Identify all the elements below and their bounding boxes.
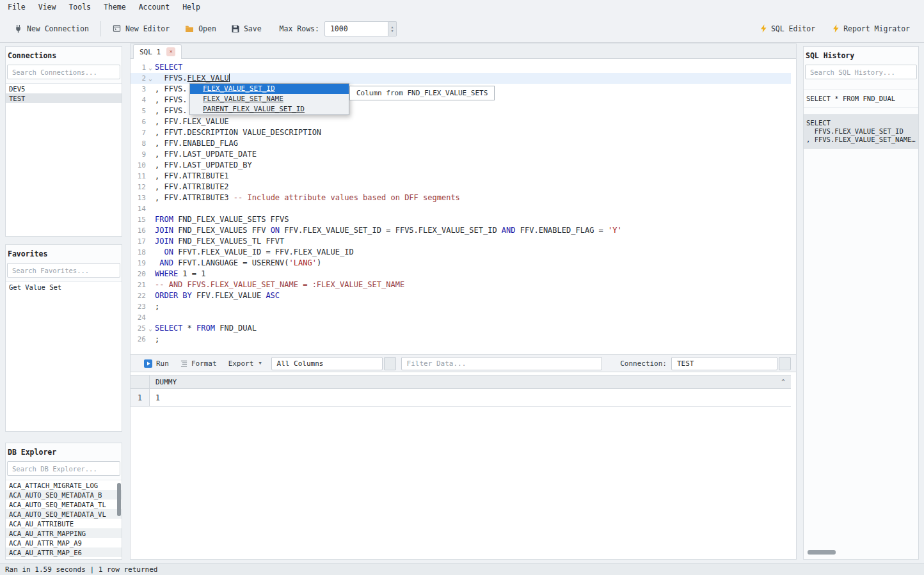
menu-item-file[interactable]: File [1, 0, 32, 15]
new-connection-button[interactable]: New Connection [6, 20, 97, 37]
fold-gutter [146, 290, 155, 301]
fold-gutter [146, 160, 155, 171]
code-line[interactable]: 26; [131, 334, 791, 345]
autocomplete-tooltip: Column from FND_FLEX_VALUE_SETS [349, 86, 495, 100]
line-number: 20 [131, 269, 146, 280]
line-number: 21 [131, 280, 146, 290]
fold-gutter [146, 203, 155, 214]
sql-history-title: SQL History [804, 47, 918, 65]
save-label: Save [244, 24, 262, 33]
db-object-item[interactable]: ACA_AUTO_SEQ_METADATA_TL [6, 500, 122, 509]
stepper-down-icon[interactable]: ▼ [391, 29, 393, 33]
connection-item[interactable]: TEST [6, 93, 122, 103]
fold-gutter [146, 312, 155, 323]
code-line[interactable]: 7, FFVT.DESCRIPTION VALUE_DESCRIPTION [131, 127, 791, 138]
fold-chevron-icon[interactable]: ⌄ [146, 73, 155, 84]
db-explorer-search-input[interactable] [7, 461, 120, 476]
history-hscrollbar-thumb[interactable] [808, 550, 836, 555]
db-object-item[interactable]: ACA_AU_ATTR_MAP_A9 [6, 538, 122, 547]
code-line[interactable]: 2⌄ FFVS.FLEX_VALU [131, 73, 791, 84]
code-line[interactable]: 22ORDER BY FFV.FLEX_VALUE ASC [131, 290, 791, 301]
connection-item[interactable]: DEV5 [6, 84, 122, 93]
db-object-item[interactable]: ACA_AU_ATTRIBUTE [6, 519, 122, 528]
code-line[interactable]: 25⌄SELECT * FROM FND_DUAL [131, 323, 791, 334]
db-object-item[interactable]: ACA_AU_ATTR_MAPPING [6, 528, 122, 538]
autocomplete-item[interactable]: FLEX_VALUE_SET_ID [190, 84, 349, 94]
sql-history-search-input[interactable] [805, 65, 917, 79]
connection-options-button[interactable] [779, 357, 791, 370]
filter-data-input[interactable] [401, 357, 602, 370]
db-explorer-scrollbar[interactable] [117, 483, 121, 516]
autocomplete-item[interactable]: PARENT_FLEX_VALUE_SET_ID [190, 104, 349, 114]
columns-filter-options-button[interactable] [384, 357, 396, 370]
new-editor-button[interactable]: New Editor [105, 20, 177, 37]
max-rows-input[interactable] [324, 21, 388, 36]
history-item[interactable]: SELECT * FROM FND_DUAL [804, 90, 918, 108]
code-line[interactable]: 20WHERE 1 = 1 [131, 269, 791, 280]
fold-gutter [146, 301, 155, 312]
code-line[interactable]: 18 ON FFVT.FLEX_VALUE_ID = FFV.FLEX_VALU… [131, 247, 791, 258]
run-button[interactable]: Run [138, 358, 175, 370]
code-line[interactable]: 12, FFV.ATTRIBUTE2 [131, 182, 791, 193]
menu-item-view[interactable]: View [32, 0, 63, 15]
menu-item-help[interactable]: Help [176, 0, 207, 15]
fold-chevron-icon[interactable]: ⌄ [146, 62, 155, 73]
row-number-cell[interactable]: 1 [131, 389, 150, 406]
save-button[interactable]: Save [224, 20, 269, 37]
tab-close-icon[interactable]: ✕ [166, 47, 175, 56]
line-number: 7 [131, 127, 146, 138]
fold-chevron-icon[interactable]: ⌄ [146, 323, 155, 334]
line-number: 8 [131, 138, 146, 149]
code-line[interactable]: 24 [131, 312, 791, 323]
menu-item-account[interactable]: Account [132, 0, 176, 15]
menu-item-tools[interactable]: Tools [62, 0, 97, 15]
sql-editor-button[interactable]: SQL Editor [753, 20, 823, 37]
line-number: 16 [131, 225, 146, 236]
history-item[interactable]: SELECT FFVS.FLEX_VALUE_SET_ID, FFVS.FLEX… [804, 114, 918, 149]
db-object-item[interactable]: ACA_ATTACH_MIGRATE_LOG [6, 480, 122, 490]
tab-sql-1[interactable]: SQL 1 ✕ [133, 44, 182, 59]
grid-header-row: DUMMY^ [131, 375, 791, 389]
connections-search-input[interactable] [7, 65, 120, 79]
code-line[interactable]: 23; [131, 301, 791, 312]
code-line[interactable]: 9, FFV.LAST_UPDATE_DATE [131, 149, 791, 160]
code-line[interactable]: 14 [131, 203, 791, 214]
code-line[interactable]: 10, FFV.LAST_UPDATED_BY [131, 160, 791, 171]
columns-filter-select[interactable]: All Columns [271, 357, 383, 370]
db-object-item[interactable]: ACA_AUTO_SEQ_METADATA_VL [6, 509, 122, 519]
code-line[interactable]: 13, FFV.ATTRIBUTE3 -- Include attribute … [131, 193, 791, 203]
statusbar: Ran in 1.59 seconds | 1 row returned [0, 563, 924, 575]
format-button[interactable]: Format [175, 358, 223, 370]
code-text: ; [155, 334, 791, 345]
code-line[interactable]: 1⌄SELECT [131, 62, 791, 73]
autocomplete-item[interactable]: FLEX_VALUE_SET_NAME [190, 94, 349, 104]
code-text: FROM FND_FLEX_VALUE_SETS FFVS [155, 214, 791, 225]
db-object-item[interactable]: ACA_AU_ATTR_MAP_E6 [6, 547, 122, 557]
code-line[interactable]: 8, FFV.ENABLED_FLAG [131, 138, 791, 149]
favorites-search-input[interactable] [7, 263, 120, 278]
menu-item-theme[interactable]: Theme [97, 0, 132, 15]
sql-editor[interactable]: 1⌄SELECT2⌄ FFVS.FLEX_VALU3, FFVS.4, FFVS… [131, 59, 791, 350]
code-line[interactable]: 19 AND FFVT.LANGUAGE = USERENV('LANG') [131, 258, 791, 269]
export-button[interactable]: Export ▼ [223, 358, 267, 370]
connection-select[interactable]: TEST [671, 357, 777, 370]
grid-corner-cell[interactable] [131, 375, 150, 388]
code-line[interactable]: 21-- AND FFVS.FLEX_VALUE_SET_NAME = :FLE… [131, 280, 791, 290]
favorite-item[interactable]: Get Value Set [6, 282, 122, 292]
line-number: 22 [131, 290, 146, 301]
run-label: Run [156, 359, 169, 368]
open-button[interactable]: Open [177, 20, 224, 37]
line-number: 4 [131, 95, 146, 106]
report-migrator-button[interactable]: Report Migrator [825, 20, 918, 37]
code-line[interactable]: 11, FFV.ATTRIBUTE1 [131, 171, 791, 182]
line-number: 13 [131, 193, 146, 203]
grid-cell[interactable]: 1 [150, 389, 791, 406]
max-rows-stepper[interactable]: ▲ ▼ [388, 21, 397, 36]
code-line[interactable]: 6, FFV.FLEX_VALUE [131, 116, 791, 127]
code-line[interactable]: 17JOIN FND_FLEX_VALUES_TL FFVT [131, 236, 791, 247]
grid-column-header[interactable]: DUMMY^ [150, 375, 791, 388]
code-line[interactable]: 15FROM FND_FLEX_VALUE_SETS FFVS [131, 214, 791, 225]
db-object-item[interactable]: ACA_AUTO_SEQ_METADATA_B [6, 490, 122, 500]
code-line[interactable]: 16JOIN FND_FLEX_VALUES FFV ON FFV.FLEX_V… [131, 225, 791, 236]
history-hscrollbar[interactable] [805, 550, 917, 555]
